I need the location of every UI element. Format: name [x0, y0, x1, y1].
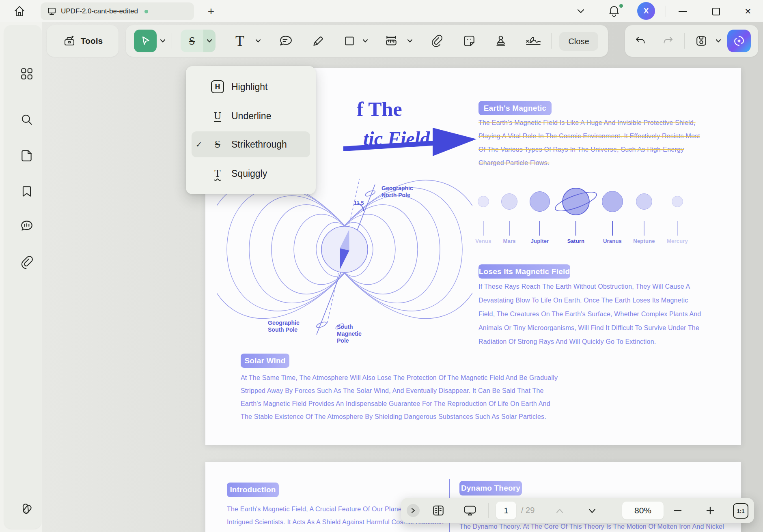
paragraph-line: If These Rays Reach The Earth Without Ob…: [478, 283, 690, 290]
diagram-label-north-pole: Geographic North Pole: [382, 185, 413, 199]
unsaved-indicator-dot: [144, 10, 148, 13]
squiggly-icon: T: [209, 168, 226, 179]
page-layout-button[interactable]: [430, 504, 446, 517]
attachment-tool-button[interactable]: [426, 30, 447, 52]
section-badge-loses-field: Loses Its Magnetic Field: [478, 264, 570, 279]
attachments-icon[interactable]: [20, 255, 34, 269]
text-tool-button[interactable]: T: [229, 30, 250, 52]
save-icon: [695, 34, 708, 47]
actual-size-button[interactable]: 1:1: [733, 503, 748, 519]
presentation-mode-button[interactable]: [462, 504, 478, 517]
shape-tool-chevron-icon[interactable]: [362, 39, 369, 43]
select-tool-button[interactable]: [134, 30, 157, 52]
diagram-label-angle: 11.5: [354, 200, 364, 206]
close-window-button[interactable]: ✕: [740, 3, 756, 19]
diagram-label-south-mag: South Magnetic Pole: [337, 324, 362, 344]
bottom-navigation-bar: 1 / 29 80% 1:1: [401, 498, 754, 523]
menu-item-underline[interactable]: U Underline: [192, 103, 310, 129]
measure-tool-chevron-icon[interactable]: [407, 39, 413, 43]
notification-dot: [619, 4, 623, 8]
stamp-tool-button[interactable]: [490, 30, 511, 52]
planet-circle: [552, 182, 599, 221]
save-button[interactable]: [692, 30, 711, 52]
page-thumbnails-icon[interactable]: [20, 149, 34, 163]
pencil-icon: [312, 34, 325, 47]
user-avatar[interactable]: X: [637, 2, 655, 20]
markup-dropdown-menu: H Highlight U Underline ✓ S Strikethroug…: [186, 66, 316, 194]
paragraph-line: The Dynamo Theory. At The Core Of This T…: [459, 523, 724, 530]
search-icon[interactable]: [20, 113, 34, 127]
new-tab-button[interactable]: +: [203, 3, 219, 19]
page-number-value: 1: [504, 506, 508, 515]
section-badge-solar-wind: Solar Wind: [241, 354, 289, 368]
planet-circle: [501, 193, 517, 210]
menu-item-highlight[interactable]: H Highlight: [192, 74, 310, 100]
pen-tool-button[interactable]: [308, 30, 329, 52]
zoom-level-box[interactable]: 80%: [622, 502, 664, 519]
sticker-tool-button[interactable]: [459, 30, 480, 52]
menu-item-label: Squiggly: [231, 168, 267, 179]
magnetic-field-diagram: [217, 172, 472, 341]
comments-icon[interactable]: [20, 219, 34, 233]
minimize-button[interactable]: [675, 3, 691, 19]
two-page-view-icon: [432, 504, 445, 517]
ai-assistant-button[interactable]: [727, 30, 751, 52]
strikethrough-text-line: Charged Particle Flows.: [478, 159, 549, 167]
expand-bar-button[interactable]: [407, 504, 420, 517]
tab-title: UPDF-2.0-cant-be-edited: [61, 7, 138, 15]
menu-item-label: Strikethrough: [231, 139, 287, 150]
tools-panel: Tools: [47, 25, 119, 57]
strikethrough-tool-button[interactable]: S: [181, 30, 203, 52]
menu-item-label: Underline: [231, 111, 271, 122]
chevron-right-icon: [411, 508, 416, 513]
monitor-icon: [47, 6, 57, 16]
swatches-fan-icon[interactable]: [20, 502, 34, 516]
strikethrough-text-line: Of The Various Types Of Rays In The Univ…: [478, 146, 684, 153]
redo-button[interactable]: [658, 30, 678, 52]
strikethrough-dropdown-button[interactable]: [203, 30, 216, 52]
menu-item-label: Highlight: [231, 82, 268, 92]
planet-circle: [602, 191, 623, 212]
comment-bubble-icon: [279, 34, 293, 48]
strikethrough-text-line: The Earth's Magnetic Field Is Like A Hug…: [478, 119, 696, 127]
tabs-chevron-down-icon[interactable]: [576, 8, 585, 15]
menu-item-strikethrough[interactable]: ✓ S Strikethrough: [192, 131, 310, 157]
undo-button[interactable]: [631, 30, 650, 52]
undo-icon: [634, 35, 647, 47]
rectangle-shape-icon: [343, 35, 356, 47]
notifications-bell-icon[interactable]: [607, 4, 621, 19]
bookmark-icon[interactable]: [20, 184, 34, 198]
chevron-down-icon: [206, 39, 213, 43]
section-badge-introduction: Introduction: [227, 483, 279, 497]
zoom-out-button[interactable]: [671, 504, 684, 517]
text-tool-chevron-icon[interactable]: [255, 39, 261, 43]
home-icon[interactable]: [13, 4, 26, 18]
section-badge-dynamo-theory: Dynamo Theory: [459, 481, 522, 496]
comment-tool-button[interactable]: [275, 30, 296, 52]
page-number-input[interactable]: 1: [496, 502, 516, 519]
save-options-chevron-icon[interactable]: [715, 39, 722, 43]
check-icon: ✓: [196, 140, 202, 149]
signature-tool-button[interactable]: [520, 30, 546, 52]
maximize-button[interactable]: [708, 3, 724, 19]
measure-tool-button[interactable]: [381, 30, 402, 52]
document-tab[interactable]: UPDF-2.0-cant-be-edited: [41, 2, 194, 20]
zoom-in-button[interactable]: [704, 504, 717, 517]
select-tool-chevron-icon[interactable]: [159, 39, 166, 43]
minus-icon: [673, 506, 683, 515]
next-page-chevron-icon[interactable]: [587, 508, 597, 514]
actual-size-label: 1:1: [737, 508, 745, 514]
underline-icon: U: [209, 110, 226, 122]
diagram-label-south-geo: Geographic South Pole: [268, 320, 300, 333]
left-sidebar: [4, 25, 41, 529]
paperclip-icon: [430, 34, 443, 47]
screen-present-icon: [463, 504, 477, 517]
shape-tool-button[interactable]: [339, 30, 360, 52]
menu-item-squiggly[interactable]: T Squiggly: [192, 161, 310, 187]
previous-page-chevron-icon[interactable]: [554, 508, 565, 514]
strikethrough-icon: S: [209, 139, 226, 150]
close-mode-button[interactable]: Close: [559, 32, 598, 51]
apps-grid-icon[interactable]: [20, 67, 34, 81]
paragraph-line: Radiation Of Strong Rays And Will Quickl…: [478, 338, 656, 345]
tools-button[interactable]: Tools: [54, 30, 112, 52]
